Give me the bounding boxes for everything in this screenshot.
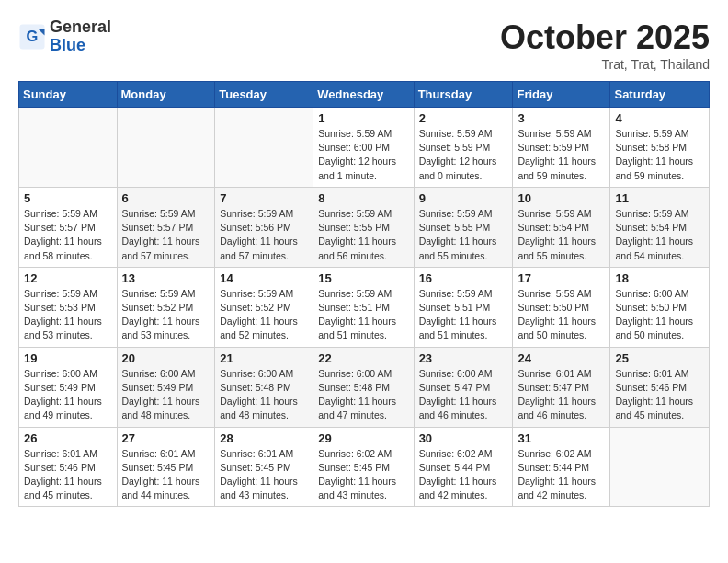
calendar-cell: 25Sunrise: 6:01 AMSunset: 5:46 PMDayligh… <box>610 347 710 427</box>
calendar-cell: 26Sunrise: 6:01 AMSunset: 5:46 PMDayligh… <box>19 427 118 507</box>
calendar-cell: 8Sunrise: 5:59 AMSunset: 5:55 PMDaylight… <box>313 187 414 267</box>
day-info: Sunrise: 6:00 AMSunset: 5:50 PMDaylight:… <box>615 287 704 343</box>
calendar-week-row: 12Sunrise: 5:59 AMSunset: 5:53 PMDayligh… <box>19 267 710 347</box>
calendar-cell: 1Sunrise: 5:59 AMSunset: 6:00 PMDaylight… <box>313 108 414 188</box>
calendar-cell: 18Sunrise: 6:00 AMSunset: 5:50 PMDayligh… <box>610 267 710 347</box>
calendar-cell: 20Sunrise: 6:00 AMSunset: 5:49 PMDayligh… <box>117 347 215 427</box>
calendar-cell: 14Sunrise: 5:59 AMSunset: 5:52 PMDayligh… <box>215 267 313 347</box>
calendar-cell: 28Sunrise: 6:01 AMSunset: 5:45 PMDayligh… <box>215 427 313 507</box>
calendar-cell: 5Sunrise: 5:59 AMSunset: 5:57 PMDaylight… <box>19 187 118 267</box>
calendar-cell: 2Sunrise: 5:59 AMSunset: 5:59 PMDaylight… <box>414 108 513 188</box>
calendar-cell: 21Sunrise: 6:00 AMSunset: 5:48 PMDayligh… <box>215 347 313 427</box>
day-info: Sunrise: 6:02 AMSunset: 5:44 PMDaylight:… <box>419 447 508 503</box>
logo-blue: Blue <box>50 37 111 55</box>
day-info: Sunrise: 5:59 AMSunset: 5:57 PMDaylight:… <box>24 207 112 263</box>
calendar-cell: 31Sunrise: 6:02 AMSunset: 5:44 PMDayligh… <box>513 427 610 507</box>
calendar-cell: 15Sunrise: 5:59 AMSunset: 5:51 PMDayligh… <box>313 267 414 347</box>
day-info: Sunrise: 6:01 AMSunset: 5:45 PMDaylight:… <box>122 447 210 503</box>
day-info: Sunrise: 6:02 AMSunset: 5:45 PMDaylight:… <box>318 447 408 503</box>
weekday-header: Friday <box>513 82 610 108</box>
logo-icon: G <box>18 23 46 51</box>
day-info: Sunrise: 5:59 AMSunset: 5:58 PMDaylight:… <box>615 127 704 183</box>
day-number: 17 <box>518 271 605 285</box>
weekday-header: Saturday <box>610 82 710 108</box>
day-number: 15 <box>318 271 408 285</box>
day-number: 20 <box>122 351 210 365</box>
day-info: Sunrise: 6:00 AMSunset: 5:48 PMDaylight:… <box>220 367 308 423</box>
calendar-cell: 23Sunrise: 6:00 AMSunset: 5:47 PMDayligh… <box>414 347 513 427</box>
day-info: Sunrise: 5:59 AMSunset: 5:52 PMDaylight:… <box>122 287 210 343</box>
weekday-header-row: SundayMondayTuesdayWednesdayThursdayFrid… <box>19 82 710 108</box>
calendar-cell: 22Sunrise: 6:00 AMSunset: 5:48 PMDayligh… <box>313 347 414 427</box>
day-info: Sunrise: 6:01 AMSunset: 5:46 PMDaylight:… <box>24 447 112 503</box>
day-number: 13 <box>122 271 210 285</box>
day-number: 7 <box>220 191 308 205</box>
weekday-header: Sunday <box>19 82 118 108</box>
day-number: 4 <box>615 111 704 125</box>
day-info: Sunrise: 5:59 AMSunset: 5:51 PMDaylight:… <box>318 287 408 343</box>
calendar-cell <box>117 108 215 188</box>
calendar-cell: 9Sunrise: 5:59 AMSunset: 5:55 PMDaylight… <box>414 187 513 267</box>
day-info: Sunrise: 5:59 AMSunset: 5:59 PMDaylight:… <box>419 127 508 183</box>
logo-text: General Blue <box>50 18 111 55</box>
calendar-cell: 7Sunrise: 5:59 AMSunset: 5:56 PMDaylight… <box>215 187 313 267</box>
day-number: 16 <box>419 271 508 285</box>
day-info: Sunrise: 6:00 AMSunset: 5:47 PMDaylight:… <box>419 367 508 423</box>
day-number: 25 <box>615 351 704 365</box>
calendar-cell: 11Sunrise: 5:59 AMSunset: 5:54 PMDayligh… <box>610 187 710 267</box>
svg-text:G: G <box>27 27 39 43</box>
calendar-table: SundayMondayTuesdayWednesdayThursdayFrid… <box>18 81 710 507</box>
day-number: 24 <box>518 351 605 365</box>
calendar-cell <box>19 108 118 188</box>
logo: G General Blue <box>18 18 111 55</box>
day-info: Sunrise: 6:01 AMSunset: 5:46 PMDaylight:… <box>615 367 704 423</box>
day-info: Sunrise: 5:59 AMSunset: 5:54 PMDaylight:… <box>615 207 704 263</box>
weekday-header: Wednesday <box>313 82 414 108</box>
day-number: 14 <box>220 271 308 285</box>
calendar-week-row: 5Sunrise: 5:59 AMSunset: 5:57 PMDaylight… <box>19 187 710 267</box>
calendar-cell <box>610 427 710 507</box>
day-info: Sunrise: 6:00 AMSunset: 5:49 PMDaylight:… <box>24 367 112 423</box>
day-info: Sunrise: 5:59 AMSunset: 5:51 PMDaylight:… <box>419 287 508 343</box>
calendar-cell: 30Sunrise: 6:02 AMSunset: 5:44 PMDayligh… <box>414 427 513 507</box>
calendar-cell <box>215 108 313 188</box>
day-number: 10 <box>518 191 605 205</box>
calendar-cell: 3Sunrise: 5:59 AMSunset: 5:59 PMDaylight… <box>513 108 610 188</box>
weekday-header: Monday <box>117 82 215 108</box>
day-number: 27 <box>122 431 210 445</box>
calendar-cell: 17Sunrise: 5:59 AMSunset: 5:50 PMDayligh… <box>513 267 610 347</box>
day-number: 31 <box>518 431 605 445</box>
day-info: Sunrise: 5:59 AMSunset: 5:50 PMDaylight:… <box>518 287 605 343</box>
day-number: 9 <box>419 191 508 205</box>
day-number: 12 <box>24 271 112 285</box>
day-number: 19 <box>24 351 112 365</box>
day-info: Sunrise: 6:02 AMSunset: 5:44 PMDaylight:… <box>518 447 605 503</box>
location: Trat, Trat, Thailand <box>500 57 710 72</box>
day-number: 30 <box>419 431 508 445</box>
day-number: 3 <box>518 111 605 125</box>
title-block: October 2025 Trat, Trat, Thailand <box>500 18 710 72</box>
calendar-cell: 27Sunrise: 6:01 AMSunset: 5:45 PMDayligh… <box>117 427 215 507</box>
month-title: October 2025 <box>500 18 710 57</box>
calendar-cell: 6Sunrise: 5:59 AMSunset: 5:57 PMDaylight… <box>117 187 215 267</box>
calendar-week-row: 26Sunrise: 6:01 AMSunset: 5:46 PMDayligh… <box>19 427 710 507</box>
day-info: Sunrise: 5:59 AMSunset: 5:56 PMDaylight:… <box>220 207 308 263</box>
day-number: 23 <box>419 351 508 365</box>
day-number: 26 <box>24 431 112 445</box>
day-info: Sunrise: 5:59 AMSunset: 5:59 PMDaylight:… <box>518 127 605 183</box>
day-number: 29 <box>318 431 408 445</box>
day-number: 8 <box>318 191 408 205</box>
calendar-cell: 16Sunrise: 5:59 AMSunset: 5:51 PMDayligh… <box>414 267 513 347</box>
day-info: Sunrise: 6:01 AMSunset: 5:47 PMDaylight:… <box>518 367 605 423</box>
day-info: Sunrise: 5:59 AMSunset: 5:57 PMDaylight:… <box>122 207 210 263</box>
weekday-header: Thursday <box>414 82 513 108</box>
calendar-week-row: 19Sunrise: 6:00 AMSunset: 5:49 PMDayligh… <box>19 347 710 427</box>
day-info: Sunrise: 5:59 AMSunset: 5:55 PMDaylight:… <box>318 207 408 263</box>
day-info: Sunrise: 5:59 AMSunset: 5:52 PMDaylight:… <box>220 287 308 343</box>
day-info: Sunrise: 5:59 AMSunset: 5:55 PMDaylight:… <box>419 207 508 263</box>
calendar-week-row: 1Sunrise: 5:59 AMSunset: 6:00 PMDaylight… <box>19 108 710 188</box>
day-number: 11 <box>615 191 704 205</box>
day-info: Sunrise: 5:59 AMSunset: 5:54 PMDaylight:… <box>518 207 605 263</box>
day-number: 21 <box>220 351 308 365</box>
day-number: 5 <box>24 191 112 205</box>
